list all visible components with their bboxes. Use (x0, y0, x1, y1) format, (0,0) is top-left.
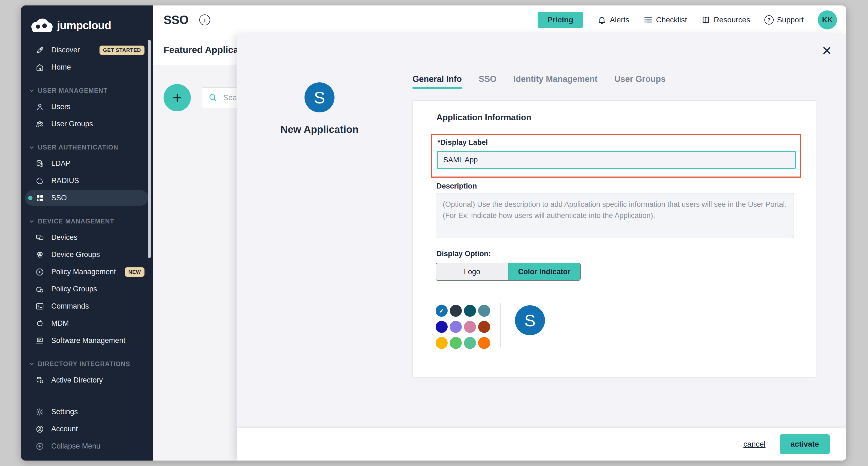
home-icon (35, 63, 44, 72)
sidebar: jumpcloud Discover GET STARTED Home USER… (21, 5, 153, 461)
venn-icon (35, 251, 44, 259)
add-application-button[interactable]: + (163, 84, 191, 111)
sidebar-section-directory-integrations[interactable]: DIRECTORY INTEGRATIONS (21, 356, 153, 372)
color-swatch[interactable] (450, 337, 462, 349)
sidebar-item-account[interactable]: Account (21, 420, 153, 438)
logo-wordmark: jumpcloud (57, 19, 111, 32)
sidebar-item-label: Settings (51, 408, 78, 416)
logo-option[interactable]: Logo (436, 263, 508, 280)
sidebar-scrollbar[interactable] (148, 40, 151, 258)
color-swatch[interactable] (464, 337, 476, 349)
display-label-input[interactable] (437, 151, 796, 169)
close-icon[interactable]: ✕ (820, 44, 834, 57)
alerts-button[interactable]: Alerts (597, 15, 629, 25)
sidebar-item-radius[interactable]: RADIUS (21, 172, 153, 190)
check-icon: ✓ (439, 307, 444, 315)
info-icon[interactable]: i (199, 14, 210, 25)
sidebar-item-mdm[interactable]: MDM (21, 315, 153, 332)
gear-icon (35, 408, 44, 416)
sidebar-item-discover[interactable]: Discover GET STARTED (21, 41, 153, 59)
description-label: Description (436, 182, 477, 191)
get-started-badge: GET STARTED (99, 46, 145, 55)
sidebar-item-device-groups[interactable]: Device Groups (21, 246, 153, 263)
user-avatar[interactable]: KK (818, 10, 837, 29)
sidebar-item-users[interactable]: Users (21, 98, 153, 115)
sidebar-section-label: DEVICE MANAGEMENT (38, 218, 114, 225)
modal-title: New Application (237, 124, 402, 135)
color-swatch[interactable] (478, 305, 490, 317)
sidebar-item-settings[interactable]: Settings (21, 403, 153, 420)
rocket-icon (35, 46, 44, 55)
application-avatar: S (305, 82, 335, 112)
jumpcloud-logo[interactable]: jumpcloud (21, 5, 153, 32)
color-swatch[interactable] (478, 321, 490, 333)
tab-identity-management[interactable]: Identity Management (513, 74, 597, 89)
question-icon: ? (765, 15, 774, 25)
sidebar-item-policy-management[interactable]: Policy Management NEW (21, 263, 153, 281)
grid-icon (35, 194, 44, 202)
search-input[interactable] (223, 93, 237, 102)
chevron-down-icon (28, 218, 35, 225)
featured-heading: Featured Applications (163, 45, 237, 55)
resources-button[interactable]: Resources (701, 15, 750, 25)
chevron-down-icon (28, 87, 35, 94)
sidebar-item-label: Home (51, 63, 71, 71)
color-swatch-selected[interactable]: ✓ (436, 305, 447, 317)
description-textarea[interactable] (436, 193, 794, 238)
topbar-actions: Pricing Alerts Checklist Resources ? Sup… (537, 10, 846, 29)
sidebar-divider (31, 396, 142, 396)
sidebar-item-label: Commands (51, 302, 89, 311)
pricing-button[interactable]: Pricing (537, 12, 583, 28)
sidebar-item-software-management[interactable]: Software Management (21, 332, 153, 349)
color-swatch[interactable] (478, 337, 490, 349)
sidebar-item-sso[interactable]: SSO (21, 190, 153, 207)
sidebar-item-label: LDAP (51, 159, 71, 168)
color-indicator-option[interactable]: Color Indicator (508, 263, 580, 280)
cancel-button[interactable]: cancel (742, 440, 767, 449)
sidebar-item-home[interactable]: Home (21, 59, 153, 76)
book-icon (701, 15, 710, 25)
color-swatch[interactable] (436, 321, 447, 333)
sidebar-item-label: User Groups (51, 120, 93, 128)
terminal-icon (35, 302, 44, 311)
color-swatch[interactable] (450, 321, 462, 333)
checklist-button[interactable]: Checklist (643, 15, 687, 25)
color-swatch[interactable] (450, 305, 462, 317)
sidebar-item-label: Policy Management (51, 268, 116, 276)
sidebar-item-devices[interactable]: Devices (21, 229, 153, 246)
sidebar-item-policy-groups[interactable]: Policy Groups (21, 281, 153, 298)
alerts-label: Alerts (610, 16, 629, 24)
support-label: Support (777, 16, 804, 24)
color-swatch[interactable] (464, 321, 476, 333)
policy-groups-icon (35, 285, 44, 294)
sidebar-item-user-groups[interactable]: User Groups (21, 115, 153, 133)
tab-user-groups[interactable]: User Groups (615, 74, 666, 89)
sidebar-item-label: Software Management (51, 337, 125, 345)
color-swatch[interactable] (464, 305, 476, 317)
sidebar-item-ldap[interactable]: LDAP (21, 155, 153, 172)
search-box[interactable] (202, 87, 237, 108)
laptop-grid-icon (35, 337, 44, 345)
display-label-label: *Display Label (438, 138, 488, 147)
sidebar-section-user-management[interactable]: USER MANAGEMENT (21, 83, 153, 98)
new-badge: NEW (125, 267, 145, 276)
sidebar-item-active-directory[interactable]: Active Directory (21, 372, 153, 389)
screenshot-stage: jumpcloud Discover GET STARTED Home USER… (0, 0, 868, 466)
display-label-highlight: *Display Label (431, 134, 801, 178)
swatch-preview-divider (500, 303, 501, 347)
sidebar-item-collapse-menu[interactable]: Collapse Menu (21, 438, 153, 455)
color-swatch[interactable] (436, 337, 447, 349)
sidebar-section-user-authentication[interactable]: USER AUTHENTICATION (21, 140, 153, 155)
sidebar-item-commands[interactable]: Commands (21, 298, 153, 315)
devices-icon (35, 233, 44, 242)
activate-button[interactable]: activate (780, 434, 830, 454)
chevron-down-icon (28, 360, 35, 368)
sidebar-section-device-management[interactable]: DEVICE MANAGEMENT (21, 214, 153, 229)
support-button[interactable]: ? Support (765, 15, 804, 25)
tab-general-info[interactable]: General Info (412, 74, 462, 89)
color-indicator-preview: S (515, 305, 545, 335)
sidebar-item-label: Collapse Menu (51, 442, 100, 450)
modal-footer: cancel activate (237, 428, 846, 461)
tab-sso[interactable]: SSO (479, 74, 496, 89)
sidebar-item-label: Discover (51, 46, 80, 54)
